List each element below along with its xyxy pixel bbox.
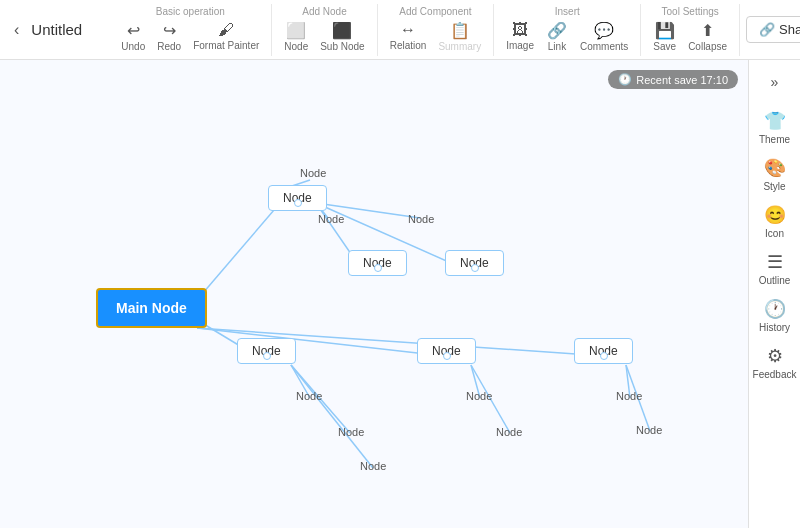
sub-node-icon: ⬛ [332,21,352,40]
main-area: 🕐 Recent save 17:10 [0,60,800,528]
connector-dot-1 [294,199,302,207]
toolbar-group-tool-settings: Tool Settings💾Save⬆Collapse [641,4,740,56]
history-icon: 🕐 [764,298,786,320]
sidebar-item-feedback[interactable]: ⚙Feedback [749,339,800,386]
connector-dot-2 [374,264,382,272]
node-text-3: Node [408,213,434,225]
right-sidebar: » 👕Theme🎨Style😊Icon☰Outline🕐History⚙Feed… [748,60,800,528]
toolbar-btn-relation[interactable]: ↔Relation [386,19,431,53]
node-text-10: Node [360,460,386,472]
sidebar-item-label-theme: Theme [759,134,790,145]
sub-node-label: Sub Node [320,41,364,52]
toolbar-group-label: Add Node [302,6,346,17]
node-box-5[interactable]: Node [417,338,476,364]
share-icon: 🔗 [759,22,775,37]
sidebar-item-theme[interactable]: 👕Theme [749,104,800,151]
toolbar-btn-node[interactable]: ⬜Node [280,19,312,54]
toolbar: ‹ Untitled Basic operation↩Undo↪Redo🖌For… [0,0,800,60]
toolbar-btn-image[interactable]: 🖼Image [502,19,538,53]
toolbar-btn-collapse[interactable]: ⬆Collapse [684,19,731,54]
node-text-4: Node [296,390,322,402]
recent-save-text: Recent save 17:10 [636,74,728,86]
canvas[interactable]: 🕐 Recent save 17:10 [0,60,748,528]
undo-label: Undo [121,41,145,52]
connector-dot-6 [600,352,608,360]
toolbar-group-label: Tool Settings [662,6,719,17]
format-painter-label: Format Painter [193,40,259,51]
header-actions: 🔗 Share ⬆ Export [746,16,800,43]
sidebar-item-icon[interactable]: 😊Icon [749,198,800,245]
sidebar-item-label-style: Style [763,181,785,192]
sidebar-item-style[interactable]: 🎨Style [749,151,800,198]
recent-save-badge: 🕐 Recent save 17:10 [608,70,738,89]
clock-icon: 🕐 [618,73,632,86]
comments-label: Comments [580,41,628,52]
share-label: Share [779,22,800,37]
toolbar-btn-comments[interactable]: 💬Comments [576,19,632,54]
collapse-icon: ⬆ [701,21,714,40]
toolbar-btn-sub-node[interactable]: ⬛Sub Node [316,19,368,54]
style-icon: 🎨 [764,157,786,179]
connector-dot-5 [443,352,451,360]
toolbar-group-basic-operation: Basic operation↩Undo↪Redo🖌Format Painter [109,4,272,56]
relation-label: Relation [390,40,427,51]
node-text-9: Node [636,424,662,436]
toolbar-btn-redo[interactable]: ↪Redo [153,19,185,54]
icon-icon: 😊 [764,204,786,226]
save-icon: 💾 [655,21,675,40]
image-label: Image [506,40,534,51]
redo-icon: ↪ [163,21,176,40]
node-icon: ⬜ [286,21,306,40]
undo-icon: ↩ [127,21,140,40]
toolbar-btn-link[interactable]: 🔗Link [542,19,572,54]
main-node-label: Main Node [116,300,187,316]
connector-dot-3 [471,264,479,272]
sidebar-collapse-button[interactable]: » [761,68,789,96]
toolbar-btn-save[interactable]: 💾Save [649,19,680,54]
toolbar-btn-undo[interactable]: ↩Undo [117,19,149,54]
link-icon: 🔗 [547,21,567,40]
node-box-4[interactable]: Node [237,338,296,364]
toolbar-group-label: Insert [555,6,580,17]
toolbar-group-insert: Insert🖼Image🔗Link💬Comments [494,4,641,56]
toolbar-btn-summary[interactable]: 📋Summary [434,19,485,54]
node-text-2: Node [318,213,344,225]
feedback-icon: ⚙ [767,345,783,367]
save-label: Save [653,41,676,52]
node-text-7: Node [338,426,364,438]
toolbar-btn-format-painter[interactable]: 🖌Format Painter [189,19,263,53]
node-label: Node [284,41,308,52]
toolbar-group-label: Add Component [399,6,471,17]
node-box-6[interactable]: Node [574,338,633,364]
sidebar-item-label-feedback: Feedback [753,369,797,380]
theme-icon: 👕 [764,110,786,132]
node-box-3[interactable]: Node [445,250,504,276]
node-text-1: Node [300,167,326,179]
sidebar-item-label-outline: Outline [759,275,791,286]
summary-label: Summary [438,41,481,52]
comments-icon: 💬 [594,21,614,40]
toolbar-group-label: Basic operation [156,6,225,17]
svg-line-0 [197,203,280,300]
node-text-6: Node [616,390,642,402]
share-button[interactable]: 🔗 Share [746,16,800,43]
back-button[interactable]: ‹ [8,17,25,43]
toolbar-groups: Basic operation↩Undo↪Redo🖌Format Painter… [109,4,740,56]
sidebar-item-outline[interactable]: ☰Outline [749,245,800,292]
link-label: Link [548,41,566,52]
node-text-5: Node [466,390,492,402]
sidebar-item-label-history: History [759,322,790,333]
document-title: Untitled [31,21,91,38]
sidebar-item-history[interactable]: 🕐History [749,292,800,339]
redo-label: Redo [157,41,181,52]
node-box-2[interactable]: Node [348,250,407,276]
main-node[interactable]: Main Node [96,288,207,328]
sidebar-item-label-icon: Icon [765,228,784,239]
toolbar-group-add-node: Add Node⬜Node⬛Sub Node [272,4,377,56]
node-box-1[interactable]: Node [268,185,327,211]
toolbar-group-add-component: Add Component↔Relation📋Summary [378,4,495,56]
svg-line-11 [291,365,373,468]
relation-icon: ↔ [400,21,416,39]
format-painter-icon: 🖌 [218,21,234,39]
collapse-label: Collapse [688,41,727,52]
